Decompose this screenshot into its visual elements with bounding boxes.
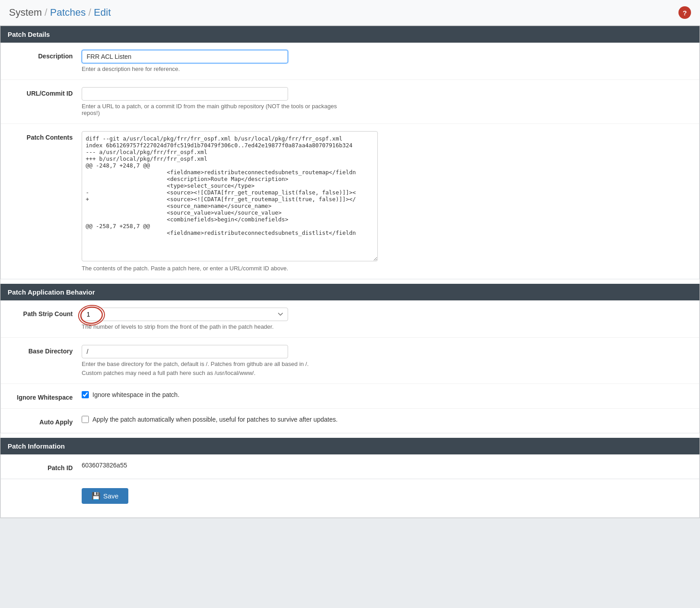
breadcrumb-sep2: / [88, 7, 91, 18]
patch-contents-label: Patch Contents [10, 131, 82, 141]
description-row: Description Enter a description here for… [1, 43, 699, 80]
page-content: Patch Details Description Enter a descri… [0, 26, 700, 518]
auto-apply-checkbox[interactable] [82, 416, 89, 423]
description-hint: Enter a description here for reference. [82, 66, 351, 72]
patch-contents-textarea[interactable] [82, 131, 378, 261]
patch-contents-hint: The contents of the patch. Paste a patch… [82, 265, 351, 272]
page-header: System / Patches / Edit ? [0, 0, 700, 26]
base-directory-input[interactable] [82, 345, 288, 358]
description-field: Enter a description here for reference. [82, 50, 690, 72]
base-directory-row: Base Directory Enter the base directory … [1, 338, 699, 384]
base-directory-hint1: Enter the base directory for the patch, … [82, 361, 351, 367]
breadcrumb-patches[interactable]: Patches [50, 7, 86, 18]
auto-apply-checkbox-row: Apply the patch automatically when possi… [82, 416, 690, 423]
base-directory-field: Enter the base directory for the patch, … [82, 345, 690, 376]
patch-id-field: 6036073826a55 [82, 462, 690, 469]
url-commit-field: Enter a URL to a patch, or a commit ID f… [82, 87, 690, 116]
breadcrumb: System / Patches / Edit [9, 7, 111, 18]
ignore-whitespace-row: Ignore Whitespace Ignore whitespace in t… [1, 384, 699, 409]
auto-apply-row: Auto Apply Apply the patch automatically… [1, 409, 699, 433]
ignore-whitespace-field: Ignore whitespace in the patch. [82, 391, 690, 398]
breadcrumb-edit[interactable]: Edit [94, 7, 111, 18]
base-directory-label: Base Directory [10, 345, 82, 355]
buttons-area: 💾 Save [0, 479, 700, 518]
breadcrumb-system[interactable]: System [9, 7, 42, 18]
ignore-whitespace-label: Ignore Whitespace [10, 391, 82, 401]
url-commit-input[interactable] [82, 87, 288, 101]
patch-contents-row: Patch Contents The contents of the patch… [1, 124, 699, 279]
path-strip-count-hint: The number of levels to strip from the f… [82, 323, 351, 330]
ignore-whitespace-checkbox-row: Ignore whitespace in the patch. [82, 391, 690, 398]
patch-id-value: 6036073826a55 [82, 459, 127, 469]
description-input[interactable] [82, 50, 288, 63]
patch-id-row: Patch ID 6036073826a55 [1, 454, 699, 479]
path-strip-count-select[interactable]: 0 1 2 3 4 5 [82, 308, 288, 321]
patch-application-section: Path Strip Count 0 1 2 3 4 5 [0, 300, 700, 433]
help-icon[interactable]: ? [678, 6, 691, 19]
url-commit-hint: Enter a URL to a patch, or a commit ID f… [82, 103, 351, 116]
patch-information-section: Patch ID 6036073826a55 [0, 454, 700, 479]
url-commit-label: URL/Commit ID [10, 87, 82, 97]
ignore-whitespace-checkbox-label: Ignore whitespace in the patch. [92, 391, 179, 398]
patch-application-header: Patch Application Behavior [0, 284, 700, 300]
path-strip-count-row: Path Strip Count 0 1 2 3 4 5 [1, 300, 699, 338]
patch-information-header: Patch Information [0, 438, 700, 454]
auto-apply-checkbox-label: Apply the patch automatically when possi… [92, 416, 337, 423]
path-strip-count-wrapper: 0 1 2 3 4 5 [82, 308, 288, 321]
path-strip-count-field: 0 1 2 3 4 5 The number of levels to stri… [82, 308, 690, 330]
breadcrumb-sep1: / [44, 7, 47, 18]
patch-details-section: Description Enter a description here for… [0, 43, 700, 279]
url-commit-row: URL/Commit ID Enter a URL to a patch, or… [1, 80, 699, 124]
patch-details-header: Patch Details [0, 26, 700, 43]
ignore-whitespace-checkbox[interactable] [82, 391, 89, 398]
auto-apply-label: Auto Apply [10, 416, 82, 426]
auto-apply-field: Apply the patch automatically when possi… [82, 416, 690, 423]
base-directory-hint2: Custom patches may need a full path here… [82, 370, 351, 376]
patch-contents-field: The contents of the patch. Paste a patch… [82, 131, 690, 272]
path-strip-count-label: Path Strip Count [10, 308, 82, 317]
description-label: Description [10, 50, 82, 60]
save-icon: 💾 [92, 492, 101, 500]
save-button-label: Save [103, 492, 118, 500]
patch-id-label: Patch ID [10, 462, 82, 471]
save-button[interactable]: 💾 Save [82, 488, 128, 504]
